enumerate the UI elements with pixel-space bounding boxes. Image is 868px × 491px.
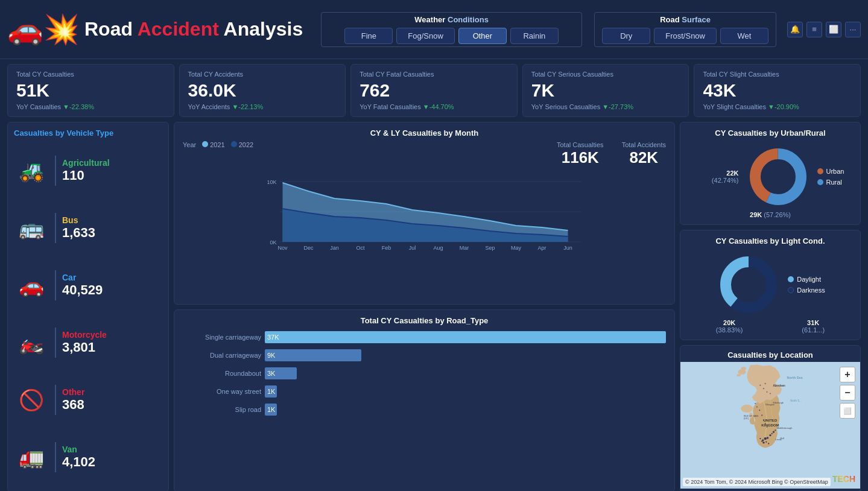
kpi-serious-yoy: YoY Serious Casualties ▼-27.73% bbox=[531, 103, 680, 110]
title-road: Road bbox=[84, 18, 138, 40]
svg-text:0K: 0K bbox=[270, 239, 276, 246]
road-btn-dry[interactable]: Dry bbox=[602, 28, 650, 44]
svg-point-34 bbox=[765, 442, 767, 443]
legend-urban: Urban bbox=[817, 168, 844, 175]
vehicle-emoji: 🚛 bbox=[14, 445, 49, 469]
svg-point-47 bbox=[755, 403, 756, 404]
svg-point-45 bbox=[759, 410, 760, 411]
vehicle-count: 110 bbox=[62, 168, 110, 183]
svg-text:May: May bbox=[511, 245, 522, 251]
darkness-stat: 31K (61.1...) bbox=[802, 319, 825, 334]
svg-text:Aberdeen: Aberdeen bbox=[773, 384, 785, 387]
road-btn-wet[interactable]: Wet bbox=[720, 28, 768, 44]
svg-text:Edinburgh: Edinburgh bbox=[773, 402, 784, 404]
vehicle-name: Van bbox=[62, 445, 95, 454]
svg-point-25 bbox=[741, 367, 746, 370]
svg-point-27 bbox=[741, 405, 753, 413]
svg-text:Hull: Hull bbox=[781, 437, 785, 440]
bar-outer: 9K bbox=[265, 349, 666, 361]
svg-point-49 bbox=[765, 383, 766, 384]
vehicle-count: 1,633 bbox=[62, 225, 95, 241]
weather-buttons: Fine Fog/Snow Other Rainin bbox=[344, 28, 559, 44]
vehicle-count: 368 bbox=[62, 397, 84, 413]
weather-btn-other[interactable]: Other bbox=[458, 28, 507, 44]
svg-point-37 bbox=[773, 431, 775, 432]
kpi-casualties-label: Total CY Casualties bbox=[16, 71, 165, 78]
map-select-button[interactable]: ⬜ bbox=[840, 403, 855, 419]
bar-outer: 1K bbox=[265, 404, 666, 416]
vehicle-emoji: 🚫 bbox=[14, 388, 49, 412]
vehicle-info: Motorcycle 3,801 bbox=[62, 330, 107, 355]
light-cond-donut-svg bbox=[715, 252, 782, 318]
road-btn-frost[interactable]: Frost/Snow bbox=[654, 28, 717, 44]
svg-text:Mar: Mar bbox=[460, 245, 469, 251]
weather-section: Weather Conditions Fine Fog/Snow Other R… bbox=[321, 12, 582, 47]
bar-row: Single carriageway 37K bbox=[183, 331, 666, 343]
monthly-chart-title: CY & LY Casualties by Month bbox=[183, 128, 666, 138]
window-icon[interactable]: ⬜ bbox=[826, 22, 841, 37]
weather-btn-fine[interactable]: Fine bbox=[344, 28, 393, 44]
vehicle-emoji: 🏍️ bbox=[14, 331, 49, 355]
svg-point-52 bbox=[770, 393, 771, 394]
zoom-in-button[interactable]: + bbox=[840, 367, 855, 382]
bar-value: 9K bbox=[267, 349, 275, 361]
svg-text:North Sea: North Sea bbox=[787, 376, 803, 379]
title-accident: Accident bbox=[138, 18, 219, 40]
vehicle-count: 4,102 bbox=[62, 454, 95, 470]
toolbar-icons: 🔔 ≡ ⬜ ··· bbox=[787, 22, 861, 37]
svg-text:Apr: Apr bbox=[537, 245, 546, 251]
weather-btn-fog[interactable]: Fog/Snow bbox=[396, 28, 455, 44]
vehicle-name: Bus bbox=[62, 215, 95, 225]
kpi-fatal-label: Total CY Fatal Casualties bbox=[360, 71, 508, 78]
bar-inner: 1K bbox=[265, 385, 277, 398]
kpi-accidents: Total CY Accidents 36.0K YoY Accidents ▼… bbox=[179, 64, 346, 117]
daylight-stat: 20K (38.83%) bbox=[716, 319, 743, 334]
more-icon[interactable]: ··· bbox=[845, 22, 861, 37]
zoom-out-button[interactable]: − bbox=[840, 385, 855, 401]
menu-icon[interactable]: ≡ bbox=[806, 22, 822, 37]
bar-value: 1K bbox=[267, 404, 275, 416]
kpi-accidents-label: Total CY Accidents bbox=[188, 71, 337, 78]
vehicle-panel: Casualties by Vehicle Type 🚜 Agricultura… bbox=[7, 122, 169, 491]
bar-label: One way street bbox=[183, 388, 261, 395]
svg-point-38 bbox=[768, 443, 769, 444]
svg-text:North S...: North S... bbox=[790, 399, 802, 402]
weather-btn-rain[interactable]: Rainin bbox=[510, 28, 559, 44]
vehicle-count: 40,529 bbox=[62, 282, 103, 298]
svg-point-36 bbox=[771, 433, 773, 434]
svg-point-19 bbox=[762, 161, 794, 192]
total-casualties-stat: Total Casualties 116K bbox=[557, 141, 604, 167]
year-label: Year bbox=[183, 141, 196, 148]
chart-stats: Total Casualties 116K Total Accidents 82… bbox=[557, 141, 666, 167]
vehicle-count: 3,801 bbox=[62, 340, 107, 355]
vehicle-info: Van 4,102 bbox=[62, 445, 95, 470]
bar-inner: 37K bbox=[265, 331, 666, 343]
vehicle-divider bbox=[55, 328, 56, 358]
logo-area: 🚗💥 Road Accident Analysis bbox=[7, 13, 315, 46]
urban-pct: (42.74%) bbox=[697, 177, 739, 184]
bar-inner: 9K bbox=[265, 349, 361, 361]
bar-row: Dual carriageway 9K bbox=[183, 349, 666, 361]
bar-row: Roundabout 3K bbox=[183, 367, 666, 379]
map-card: Casualties by Location bbox=[680, 345, 861, 491]
vehicle-item: 🚌 Bus 1,633 bbox=[14, 211, 162, 246]
bar-label: Roundabout bbox=[183, 370, 261, 377]
svg-text:(U.K.): (U.K.) bbox=[744, 417, 749, 420]
kpi-casualties: Total CY Casualties 51K YoY Casualties ▼… bbox=[7, 64, 174, 117]
bar-outer: 1K bbox=[265, 385, 666, 398]
notification-icon[interactable]: 🔔 bbox=[787, 22, 803, 37]
bar-label: Single carriageway bbox=[183, 334, 261, 341]
vehicle-item: 🏍️ Motorcycle 3,801 bbox=[14, 325, 162, 360]
kpi-row: Total CY Casualties 51K YoY Casualties ▼… bbox=[0, 59, 868, 122]
svg-point-33 bbox=[761, 440, 762, 442]
kpi-accidents-value: 36.0K bbox=[188, 80, 337, 101]
light-cond-legend: Daylight Darkness bbox=[788, 276, 825, 294]
light-cond-title: CY Casualties by Light Cond. bbox=[686, 236, 854, 246]
map-copyright: © 2024 Tom Tom, © 2024 Microsoft Bing © … bbox=[683, 478, 831, 486]
urban-rural-card: CY Casualties by Urban/Rural 22K (42.74%… bbox=[680, 122, 861, 225]
light-cond-card: CY Casualties by Light Cond. Daylight bbox=[680, 230, 861, 340]
svg-point-40 bbox=[775, 429, 776, 431]
app-title: Road Accident Analysis bbox=[84, 18, 303, 40]
road-section: Road Surface Dry Frost/Snow Wet bbox=[594, 12, 776, 47]
total-accidents-stat: Total Accidents 82K bbox=[622, 141, 666, 167]
